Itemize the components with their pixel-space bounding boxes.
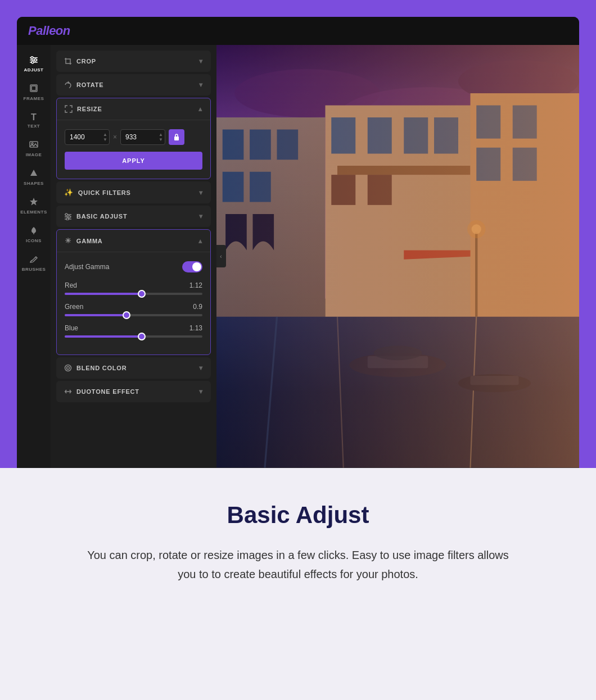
crop-section: CROP ▾: [56, 51, 211, 72]
main-content: ADJUST FRAMES T TEXT: [17, 45, 579, 468]
crop-label: CROP: [76, 58, 96, 65]
duotone-section: DUOTONE EFFECT ▾: [56, 381, 211, 402]
sidebar-icons: ADJUST FRAMES T TEXT: [17, 45, 51, 468]
aspect-ratio-lock-btn[interactable]: [169, 129, 184, 145]
basic-adjust-icon: [64, 212, 72, 220]
bottom-title: Basic Adjust: [45, 502, 551, 529]
brushes-icon: [29, 254, 38, 266]
resize-content: ▲ ▼ × ▲ ▼: [57, 120, 210, 179]
duotone-header[interactable]: DUOTONE EFFECT ▾: [56, 381, 211, 402]
red-slider-track[interactable]: [65, 293, 202, 295]
height-up-btn[interactable]: ▲: [159, 133, 163, 137]
svg-point-22: [67, 367, 70, 370]
gamma-toggle[interactable]: [182, 261, 202, 272]
height-down-btn[interactable]: ▼: [159, 138, 163, 142]
rotate-header[interactable]: ROTATE ▾: [56, 74, 211, 96]
frames-icon: [29, 84, 38, 95]
red-slider-row: Red 1.12: [65, 281, 202, 295]
apply-button[interactable]: APPLY: [65, 152, 202, 170]
height-input-wrap: ▲ ▼: [120, 129, 165, 145]
icons-icon: [29, 226, 38, 237]
canvas-area: ‹: [216, 45, 579, 468]
sidebar-item-frames[interactable]: FRAMES: [19, 79, 48, 106]
controls-panel: CROP ▾ ROTATE: [51, 45, 216, 468]
sidebar-item-elements[interactable]: ELEMENTS: [19, 193, 48, 219]
blue-value: 1.13: [189, 324, 202, 332]
gamma-icon: ☀: [65, 237, 72, 245]
green-slider-row: Green 0.9: [65, 303, 202, 316]
bottom-description: You can crop, rotate or resize images in…: [87, 546, 509, 584]
adjust-label: ADJUST: [24, 67, 43, 72]
red-value: 1.12: [189, 281, 202, 289]
sidebar-item-icons[interactable]: ICONS: [19, 221, 48, 248]
green-slider-track[interactable]: [65, 314, 202, 316]
svg-point-3: [31, 57, 33, 59]
blend-color-icon: [64, 364, 72, 372]
sidebar-item-shapes[interactable]: SHAPES: [19, 164, 48, 190]
green-label: Green: [65, 303, 83, 311]
red-label: Red: [65, 281, 77, 289]
sidebar-item-brushes[interactable]: BRUSHES: [19, 250, 48, 276]
blue-slider-track[interactable]: [65, 335, 202, 338]
rotate-chevron: ▾: [199, 81, 203, 89]
width-up-btn[interactable]: ▲: [103, 133, 107, 137]
width-down-btn[interactable]: ▼: [103, 138, 107, 142]
resize-header[interactable]: RESIZE ▴: [57, 98, 210, 120]
svg-point-21: [65, 365, 71, 371]
quick-filters-label: QUICK FILTERS: [78, 189, 131, 196]
svg-rect-14: [174, 137, 179, 140]
blue-slider-thumb[interactable]: [138, 333, 146, 340]
red-slider-thumb[interactable]: [138, 290, 146, 298]
gamma-header[interactable]: ☀ GAMMA ▴: [57, 230, 210, 252]
shapes-label: SHAPES: [24, 181, 44, 186]
resize-icon: [65, 105, 73, 113]
green-value: 0.9: [193, 303, 202, 311]
title-bar: Palleon: [17, 17, 579, 45]
svg-point-20: [66, 218, 69, 220]
elements-icon: [29, 197, 38, 208]
brushes-label: BRUSHES: [22, 267, 46, 272]
duotone-chevron: ▾: [199, 388, 203, 396]
gamma-chevron: ▴: [198, 237, 202, 245]
sidebar-item-adjust[interactable]: ADJUST: [19, 51, 48, 77]
gamma-content: Adjust Gamma Red 1.12: [57, 252, 210, 354]
svg-rect-62: [216, 45, 579, 468]
bottom-section: Basic Adjust You can crop, rotate or res…: [0, 468, 596, 629]
text-label: TEXT: [28, 124, 40, 129]
sidebar-item-text[interactable]: T TEXT: [19, 108, 48, 133]
app-window: Palleon ADJUS: [17, 17, 579, 468]
green-slider-thumb[interactable]: [123, 311, 130, 319]
rotate-section: ROTATE ▾: [56, 74, 211, 96]
svg-point-18: [65, 213, 67, 216]
blend-color-chevron: ▾: [199, 364, 203, 372]
svg-line-13: [35, 257, 36, 258]
quick-filters-icon: ✨: [64, 188, 74, 197]
blend-color-section: BLEND COLOR ▾: [56, 357, 211, 379]
width-input-wrap: ▲ ▼: [65, 129, 110, 145]
text-icon: T: [31, 112, 37, 122]
basic-adjust-label: BASIC ADJUST: [76, 213, 127, 220]
basic-adjust-chevron: ▾: [199, 212, 203, 220]
blend-color-header[interactable]: BLEND COLOR ▾: [56, 357, 211, 379]
panel-collapse-btn[interactable]: ‹: [216, 245, 226, 267]
duotone-label: DUOTONE EFFECT: [76, 388, 139, 395]
sidebar-item-image[interactable]: IMAGE: [19, 135, 48, 162]
quick-filters-header[interactable]: ✨ QUICK FILTERS ▾: [56, 181, 211, 203]
rotate-label: ROTATE: [76, 81, 103, 88]
resize-section: RESIZE ▴ ▲ ▼: [56, 98, 211, 179]
app-logo: Palleon: [28, 24, 70, 38]
blue-slider-fill: [65, 335, 142, 338]
blue-slider-row: Blue 1.13: [65, 324, 202, 338]
toggle-knob: [192, 262, 201, 271]
crop-header[interactable]: CROP ▾: [56, 51, 211, 72]
frames-label: FRAMES: [24, 96, 44, 101]
basic-adjust-header[interactable]: BASIC ADJUST ▾: [56, 206, 211, 227]
svg-point-4: [34, 59, 37, 61]
adjust-gamma-label: Adjust Gamma: [65, 263, 109, 271]
blue-label: Blue: [65, 324, 78, 332]
quick-filters-chevron: ▾: [199, 189, 203, 197]
quick-filters-section: ✨ QUICK FILTERS ▾: [56, 181, 211, 203]
shapes-icon: [29, 169, 38, 180]
gamma-label: GAMMA: [76, 238, 103, 244]
gamma-toggle-row: Adjust Gamma: [65, 261, 202, 272]
